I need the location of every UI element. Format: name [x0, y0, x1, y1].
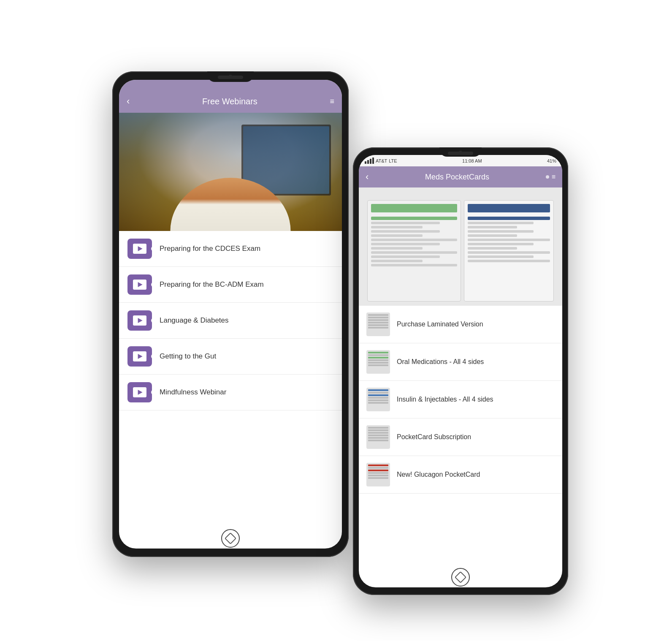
list-item[interactable]: Insulin & Injectables - All 4 sides: [359, 381, 562, 418]
status-right: 41%: [547, 158, 556, 163]
app2-thumb-2: [366, 350, 390, 374]
app2-item-label-5: New! Glucagon PocketCard: [397, 471, 480, 478]
phone-1: ‹ Free Webinars ≡: [112, 71, 349, 557]
list-item[interactable]: Mindfulness Webinar: [119, 375, 342, 410]
app1-webinar-list: Preparing for the CDCES Exam Preparing f…: [119, 231, 342, 549]
phone2-front-cam: [458, 151, 463, 155]
cards-visual: [363, 192, 558, 301]
app2-item-label-3: Insulin & Injectables - All 4 sides: [397, 396, 493, 403]
app2-thumb-1: [366, 312, 390, 336]
app1-item-label-4: Getting to the Gut: [160, 352, 216, 361]
app2-back-button[interactable]: ‹: [366, 171, 369, 182]
carrier-label: AT&T: [376, 158, 387, 163]
battery-label: 41%: [547, 158, 556, 163]
list-item[interactable]: Preparing for the BC-ADM Exam: [119, 267, 342, 303]
list-item[interactable]: Purchase Laminated Version: [359, 306, 562, 343]
app1-back-button[interactable]: ‹: [127, 96, 130, 107]
app2-items-list: Purchase Laminated Version Oral Medicati…: [359, 306, 562, 587]
app1-item-label-5: Mindfulness Webinar: [160, 388, 226, 397]
signal-bar-1: [365, 161, 366, 164]
phone2-home-button[interactable]: [451, 568, 470, 587]
app1-header: ‹ Free Webinars ≡: [119, 80, 342, 113]
app2-container: AT&T LTE 11:08 AM 41% ‹ Meds PocketCards…: [359, 155, 562, 587]
phone1-front-cam: [228, 75, 233, 79]
app2-header: ‹ Meds PocketCards ≡: [359, 166, 562, 187]
app2-title: Meds PocketCards: [425, 173, 489, 182]
app2-item-label-1: Purchase Laminated Version: [397, 320, 483, 328]
video-icon-1: [127, 239, 152, 259]
time-label: 11:08 AM: [462, 158, 482, 163]
app1-item-label-1: Preparing for the CDCES Exam: [160, 244, 260, 253]
video-icon-2: [127, 274, 152, 295]
app1-menu-icon[interactable]: ≡: [330, 97, 334, 106]
list-item[interactable]: New! Glucagon PocketCard: [359, 456, 562, 494]
app2-thumb-3: [366, 388, 390, 411]
phone1-home-button[interactable]: [221, 529, 240, 548]
signal-bars: [365, 158, 374, 164]
phone2-screen: AT&T LTE 11:08 AM 41% ‹ Meds PocketCards…: [359, 155, 562, 587]
card-stack-right: [464, 200, 554, 301]
app2-dot-icon: [546, 175, 549, 179]
app1-title: Free Webinars: [202, 97, 257, 106]
phone1-screen: ‹ Free Webinars ≡: [119, 80, 342, 549]
scene: ‹ Free Webinars ≡: [104, 46, 568, 595]
network-label: LTE: [389, 158, 397, 163]
signal-bar-4: [372, 158, 374, 164]
video-icon-4: [127, 346, 152, 367]
app2-thumb-4: [366, 425, 390, 449]
app2-thumb-5: [366, 463, 390, 486]
app2-item-label-4: PocketCard Subscription: [397, 433, 471, 441]
signal-bar-3: [370, 159, 371, 164]
list-item[interactable]: PocketCard Subscription: [359, 418, 562, 456]
video-icon-3: [127, 310, 152, 331]
list-item[interactable]: Language & Diabetes: [119, 303, 342, 339]
list-item[interactable]: Getting to the Gut: [119, 339, 342, 375]
phone-2: AT&T LTE 11:08 AM 41% ‹ Meds PocketCards…: [353, 147, 568, 595]
app1-hero-image: [119, 113, 342, 231]
app2-menu-icon[interactable]: ≡: [546, 173, 555, 181]
app1-container: ‹ Free Webinars ≡: [119, 80, 342, 549]
app2-item-label-2: Oral Medications - All 4 sides: [397, 358, 484, 366]
app1-item-label-3: Language & Diabetes: [160, 316, 229, 325]
app2-hero-image: [359, 187, 562, 306]
list-item[interactable]: Oral Medications - All 4 sides: [359, 343, 562, 381]
signal-bar-2: [367, 160, 369, 164]
list-item[interactable]: Preparing for the CDCES Exam: [119, 231, 342, 267]
video-icon-5: [127, 382, 152, 402]
card-stack-left: [367, 200, 461, 301]
app1-hero-photo: [119, 113, 342, 231]
app1-item-label-2: Preparing for the BC-ADM Exam: [160, 280, 264, 289]
app2-status-bar: AT&T LTE 11:08 AM 41%: [359, 155, 562, 166]
status-left: AT&T LTE: [365, 158, 397, 164]
